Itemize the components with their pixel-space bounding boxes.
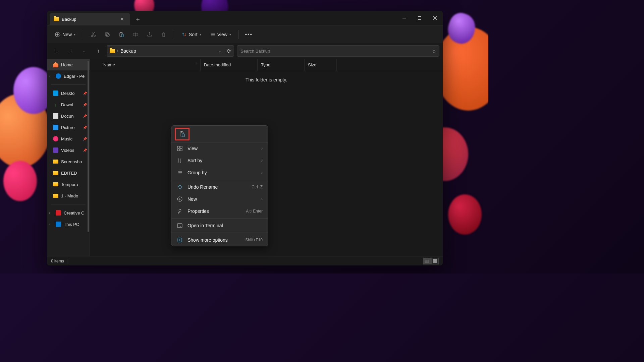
sidebar-item-videos[interactable]: Videos📌 (47, 144, 90, 156)
column-size[interactable]: Size (305, 59, 337, 71)
chevron-right-icon: › (261, 170, 263, 175)
svg-rect-33 (177, 149, 179, 151)
document-icon (53, 113, 58, 119)
svg-rect-24 (433, 259, 435, 261)
recent-button[interactable]: ⌄ (78, 45, 90, 57)
delete-button[interactable] (158, 28, 170, 41)
svg-rect-41 (177, 224, 182, 228)
share-button[interactable] (144, 28, 156, 41)
context-menu: View › Sort by › Group by › Undo Rename … (171, 125, 268, 246)
videos-icon (53, 147, 58, 153)
rename-button[interactable] (129, 28, 142, 41)
folder-icon (53, 194, 58, 198)
close-button[interactable] (427, 11, 443, 25)
column-date[interactable]: Date modified (201, 59, 258, 71)
share-icon (147, 32, 153, 38)
sidebar-item-onedrive[interactable]: ›Edgar - Pe (47, 70, 90, 82)
column-headers: Name˄ Date modified Type Size (90, 59, 443, 71)
context-sortby[interactable]: Sort by › (171, 155, 268, 167)
search-icon: ⌕ (432, 48, 436, 54)
context-new[interactable]: New › (171, 193, 268, 205)
details-view-toggle[interactable] (423, 258, 431, 264)
forward-button[interactable]: → (64, 45, 76, 57)
svg-rect-12 (106, 34, 109, 37)
paste-button-highlighted[interactable] (175, 128, 190, 140)
svg-rect-32 (180, 146, 182, 148)
refresh-button[interactable]: ⟳ (227, 48, 231, 54)
trash-icon (161, 32, 167, 38)
column-name[interactable]: Name˄ (100, 59, 201, 71)
chevron-down-icon[interactable]: ⌄ (218, 49, 221, 53)
minimize-button[interactable] (396, 11, 412, 25)
list-icon (210, 32, 215, 37)
svg-rect-27 (435, 261, 437, 263)
folder-icon (110, 49, 115, 53)
context-properties[interactable]: Properties Alt+Enter (171, 205, 268, 217)
grid-icon (177, 145, 183, 152)
context-more-options[interactable]: Show more options Shift+F10 (171, 234, 268, 246)
sidebar-item-documents[interactable]: Docun📌 (47, 110, 90, 122)
more-button[interactable]: ••• (243, 28, 255, 41)
svg-rect-1 (418, 17, 421, 20)
svg-rect-25 (435, 259, 437, 261)
item-count: 0 items (51, 259, 64, 263)
sidebar-item-temp[interactable]: Tempora (47, 179, 90, 190)
pin-icon: 📌 (83, 103, 87, 107)
undo-icon (177, 184, 183, 190)
folder-icon (53, 171, 58, 175)
view-button[interactable]: View ▾ (207, 30, 234, 39)
breadcrumb-current[interactable]: Backup (120, 48, 136, 54)
chevron-right-icon: › (261, 158, 263, 163)
search-input[interactable] (240, 49, 432, 54)
pictures-icon (53, 125, 58, 130)
sidebar-item-creative[interactable]: ›Creative C (47, 207, 90, 219)
chevron-right-icon: › (49, 211, 53, 215)
context-undo[interactable]: Undo Rename Ctrl+Z (171, 181, 268, 193)
clipboard-paste-icon (179, 131, 185, 137)
up-button[interactable]: ↑ (93, 45, 104, 57)
new-button[interactable]: New ▾ (52, 30, 79, 39)
paste-button-toolbar[interactable] (115, 28, 127, 41)
sidebar-item-downloads[interactable]: ↓Downl📌 (47, 99, 90, 110)
context-groupby[interactable]: Group by › (171, 167, 268, 179)
sidebar-item-screenshots[interactable]: Screensho (47, 156, 90, 167)
sidebar-scrollbar[interactable] (88, 61, 89, 232)
music-icon (53, 136, 58, 141)
sidebar-item-music[interactable]: Music📌 (47, 133, 90, 144)
chevron-down-icon: ▾ (74, 33, 75, 36)
sort-button[interactable]: Sort ▾ (178, 30, 205, 39)
svg-line-9 (92, 32, 95, 35)
new-tab-button[interactable]: ＋ (130, 15, 146, 23)
chevron-right-icon: › (49, 222, 53, 226)
pc-icon (56, 222, 61, 227)
home-icon (53, 62, 58, 67)
back-button[interactable]: ← (50, 45, 62, 57)
column-type[interactable]: Type (258, 59, 305, 71)
copy-button[interactable] (101, 28, 113, 41)
tab-close-button[interactable]: ✕ (118, 16, 126, 22)
svg-rect-11 (105, 33, 108, 36)
maximize-button[interactable] (412, 11, 427, 25)
svg-rect-34 (180, 149, 182, 151)
context-view[interactable]: View › (171, 142, 268, 155)
tab-backup[interactable]: Backup ✕ (50, 13, 130, 25)
search-box[interactable]: ⌕ (237, 45, 439, 57)
address-bar[interactable]: › Backup ⌄ ⟳ (107, 45, 234, 57)
chevron-right-icon: › (49, 74, 53, 78)
svg-rect-31 (177, 146, 179, 148)
sidebar-item-desktop[interactable]: Deskto📌 (47, 87, 90, 99)
svg-rect-26 (433, 261, 435, 263)
sidebar-item-home[interactable]: Home (47, 59, 90, 70)
sidebar-item-mado[interactable]: 1 - Mado (47, 190, 90, 201)
chevron-down-icon: ▾ (229, 33, 231, 36)
thumbnails-view-toggle[interactable] (431, 258, 439, 264)
navigation-bar: ← → ⌄ ↑ › Backup ⌄ ⟳ ⌕ (47, 43, 443, 59)
pin-icon: 📌 (83, 137, 87, 141)
sidebar-item-pictures[interactable]: Picture📌 (47, 122, 90, 133)
sidebar-item-thispc[interactable]: ›This PC (47, 219, 90, 230)
cut-button[interactable] (87, 28, 99, 41)
grid-icon (433, 259, 437, 263)
context-terminal[interactable]: Open in Terminal (171, 220, 268, 232)
sidebar-item-edited[interactable]: EDITED (47, 167, 90, 179)
wrench-icon (177, 208, 183, 214)
